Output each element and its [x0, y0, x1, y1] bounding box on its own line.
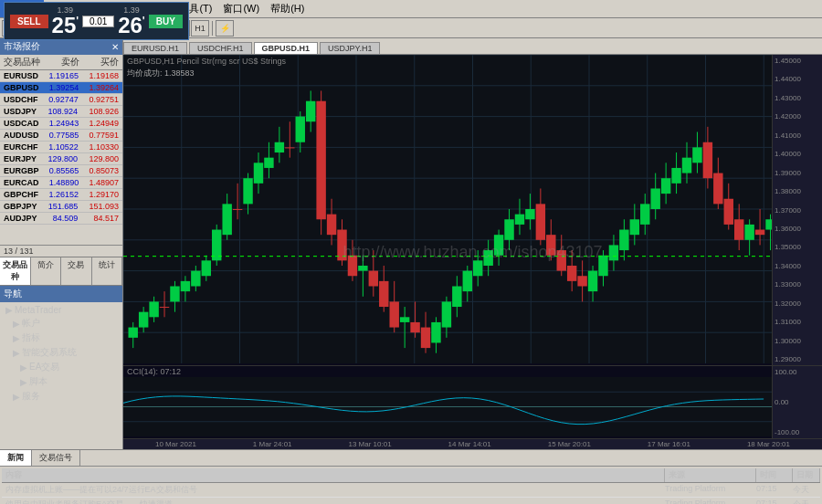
market-watch-col-headers: 交易品种 卖价 买价 [0, 55, 122, 70]
row-content: 使用自由职业者服务订购EA交易——快速渠道 [4, 499, 663, 504]
market-ask: 1.48907 [89, 178, 119, 187]
nav-label: 帐户 [22, 317, 40, 330]
market-watch-header: 市场报价 ✕ [0, 38, 122, 55]
time-label: 14 Mar 14:01 [448, 440, 491, 448]
menu-window[interactable]: 窗口(W) [217, 0, 265, 17]
terminal-content: 内容来源时间日期内存虚拟机上账——提在可以24/7运行EA交易和信号Tradin… [0, 467, 822, 504]
oscillator-inner: CCI(14): 07:12 [123, 366, 772, 438]
nav-label: EA交易 [29, 361, 59, 373]
market-row[interactable]: GBPUSD1.392541.39264 [0, 82, 122, 94]
indicator-btn[interactable]: ⚡ [216, 20, 234, 37]
market-symbol: AUDJPY [4, 214, 37, 223]
nav-icon: ▶ [5, 305, 13, 315]
market-row[interactable]: EURUSD1.191651.19168 [0, 70, 122, 82]
navigator: 导航 ▶ MetaTrader▶ 帐户▶ 指标▶ 智能交易系统▶ EA交易▶ 脚… [0, 285, 122, 449]
terminal-tab[interactable]: 新闻 [0, 450, 32, 466]
market-bid: 129.800 [47, 154, 78, 163]
market-row[interactable]: USDCHF0.927470.92751 [0, 94, 122, 106]
market-bid: 108.924 [47, 107, 78, 116]
panel-tab-2[interactable]: 交易 [61, 257, 92, 285]
market-symbol: GBPCHF [4, 190, 38, 199]
chart-avg-label: 均价成功: 1.38583 [127, 68, 195, 79]
toolbar-sep-4 [212, 21, 213, 36]
market-ask: 129.800 [89, 154, 119, 163]
chart-tab[interactable]: USDCHF.H1 [189, 42, 252, 54]
terminal-tab[interactable]: 交易信号 [32, 450, 80, 466]
row-source: Trading Platform [663, 484, 754, 496]
th-content: 内容 [2, 468, 665, 482]
left-panel: 市场报价 ✕ 交易品种 卖价 买价 EURUSD1.191651.19168GB… [0, 38, 123, 449]
row-time: 07:15 [754, 484, 791, 496]
navigator-tree: ▶ MetaTrader▶ 帐户▶ 指标▶ 智能交易系统▶ EA交易▶ 脚本▶ … [0, 302, 122, 405]
price-label: 1.29000 [775, 355, 820, 363]
price-label: 1.34000 [775, 262, 820, 270]
market-bid: 1.19165 [48, 71, 79, 80]
nav-item[interactable]: ▶ EA交易 [2, 360, 121, 374]
market-symbol: USDCAD [4, 119, 39, 128]
market-symbol: AUDUSD [4, 131, 39, 140]
time-label: 15 Mar 20:01 [548, 440, 591, 448]
buy-button[interactable]: BUY [149, 15, 183, 28]
terminal-news: 内容来源时间日期内存虚拟机上账——提在可以24/7运行EA交易和信号Tradin… [0, 467, 822, 504]
chart-tab[interactable]: GBPUSD.H1 [254, 42, 319, 54]
nav-item[interactable]: ▶ 指标 [2, 331, 121, 345]
time-scale: 10 Mar 20211 Mar 24:0113 Mar 10:0114 Mar… [123, 438, 822, 449]
market-symbol: EURJPY [4, 154, 37, 163]
market-bid: 0.92747 [48, 95, 79, 104]
market-row[interactable]: EURCAD1.488901.48907 [0, 177, 122, 189]
nav-label: 脚本 [29, 375, 47, 388]
market-ask: 0.92751 [89, 95, 119, 104]
buy-price: 1.39 26' [118, 5, 145, 37]
market-row[interactable]: EURCHF1.105221.10330 [0, 142, 122, 153]
nav-item[interactable]: ▶ 脚本 [2, 374, 121, 389]
price-label: 1.39000 [775, 169, 820, 177]
main-chart-canvas [123, 55, 822, 363]
market-ask: 108.926 [89, 107, 119, 116]
market-row[interactable]: GBPCHF1.261521.29170 [0, 189, 122, 201]
time-label: 17 Mar 16:01 [648, 440, 690, 448]
price-label: 1.42000 [775, 112, 820, 121]
panel-tab-3[interactable]: 统计 [92, 257, 123, 285]
osc-scale: 100.000.00-100.00 [772, 366, 822, 438]
chart-info-label: GBPUSD,H1 Pencil Str(rng scr US$ Strings [127, 57, 286, 66]
market-row[interactable]: EURGBP0.855650.85073 [0, 165, 122, 177]
nav-item[interactable]: ▶ MetaTrader [2, 304, 121, 316]
period-btn[interactable]: H1 [191, 20, 209, 37]
market-row[interactable]: AUDUSD0.775850.77591 [0, 130, 122, 142]
panel-tab-1[interactable]: 简介 [31, 257, 62, 285]
time-label: 10 Mar 2021 [155, 440, 196, 448]
sell-price: 1.39 25' [52, 5, 79, 37]
market-watch-title: 市场报价 [4, 40, 40, 53]
nav-item[interactable]: ▶ 帐户 [2, 316, 121, 331]
time-label: 13 Mar 10:01 [349, 440, 392, 448]
market-table: EURUSD1.191651.19168GBPUSD1.392541.39264… [0, 70, 122, 245]
trade-overlay[interactable]: SELL 1.39 25' 1.39 26' BUY [4, 2, 189, 40]
market-row[interactable]: USDJPY108.924108.926 [0, 106, 122, 118]
chart-tab[interactable]: EURUSD.H1 [123, 42, 187, 54]
terminal-row: 使用自由职业者服务订购EA交易——快速渠道Trading Platform07:… [2, 498, 820, 504]
market-symbol: EURUSD [4, 71, 38, 80]
market-ask: 1.24949 [89, 119, 119, 128]
panel-tab-0[interactable]: 交易品种 [0, 257, 31, 285]
sell-button[interactable]: SELL [10, 15, 48, 28]
nav-item[interactable]: ▶ 服务 [2, 389, 121, 404]
osc-chart-canvas [123, 377, 772, 436]
price-label: 1.32000 [775, 299, 820, 308]
lot-input[interactable] [82, 16, 114, 27]
chart-canvas-container[interactable]: http://www.huzhan.com/ishop43107 GBPUSD,… [123, 55, 822, 449]
navigator-header: 导航 [0, 286, 122, 302]
nav-label: 指标 [22, 331, 40, 344]
price-label: 1.37000 [775, 206, 820, 215]
market-row[interactable]: GBPJPY151.685151.093 [0, 201, 122, 213]
col-ask: 买价 [100, 56, 119, 68]
osc-info-label: CCI(14): 07:12 [123, 366, 772, 377]
menu-help[interactable]: 帮助(H) [265, 0, 310, 17]
main-chart-wrapper: GBPUSD,H1 Pencil Str(rng scr US$ Strings… [123, 55, 822, 365]
terminal-header: 内容来源时间日期 [2, 468, 820, 483]
market-row[interactable]: AUDJPY84.50984.517 [0, 213, 122, 225]
market-row[interactable]: USDCAD1.249431.24949 [0, 118, 122, 130]
chart-tab[interactable]: USDJPY.H1 [320, 42, 380, 54]
market-watch-close[interactable]: ✕ [111, 42, 119, 52]
market-row[interactable]: EURJPY129.800129.800 [0, 153, 122, 165]
nav-item[interactable]: ▶ 智能交易系统 [2, 345, 121, 360]
